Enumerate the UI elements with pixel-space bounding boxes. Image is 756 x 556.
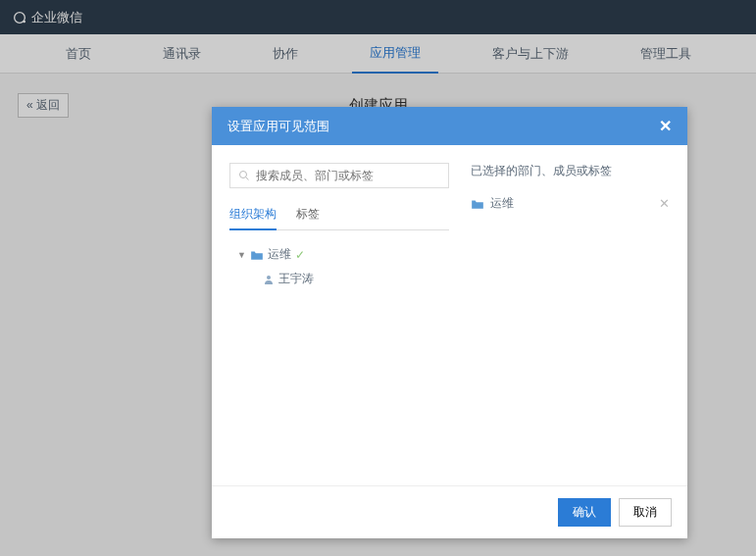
picker-tabs: 组织架构 标签 — [229, 200, 449, 230]
tree-node-member[interactable]: 王宇涛 — [229, 267, 449, 291]
org-tree: ▼ 运维 ✓ 王宇涛 — [229, 242, 449, 291]
cancel-button[interactable]: 取消 — [619, 498, 672, 527]
chevron-down-icon: ▼ — [237, 250, 246, 260]
tree-node-label: 运维 — [268, 246, 291, 263]
person-icon — [263, 274, 275, 285]
modal-title: 设置应用可见范围 — [227, 118, 329, 135]
modal-header: 设置应用可见范围 ✕ — [212, 107, 687, 145]
tab-tags[interactable]: 标签 — [296, 200, 320, 229]
tree-member-label: 王宇涛 — [278, 271, 314, 287]
close-icon[interactable]: ✕ — [659, 117, 672, 135]
folder-icon — [471, 198, 484, 210]
selected-left: 运维 — [471, 195, 514, 212]
visibility-modal: 设置应用可见范围 ✕ 组织架构 标签 ▼ 运维 ✓ — [212, 107, 687, 538]
right-panel: 已选择的部门、成员或标签 运维 ✕ — [459, 163, 670, 468]
tree-node-root[interactable]: ▼ 运维 ✓ — [229, 242, 449, 267]
selected-title: 已选择的部门、成员或标签 — [471, 163, 670, 179]
search-box[interactable] — [229, 163, 449, 188]
remove-icon[interactable]: ✕ — [659, 196, 670, 211]
search-icon — [238, 170, 250, 181]
confirm-button[interactable]: 确认 — [558, 498, 611, 527]
modal-footer: 确认 取消 — [212, 485, 687, 538]
tab-org[interactable]: 组织架构 — [229, 200, 277, 230]
modal-body: 组织架构 标签 ▼ 运维 ✓ 王宇涛 已选择的部门、成员或标签 — [212, 145, 687, 485]
search-input[interactable] — [256, 169, 440, 182]
svg-line-3 — [246, 177, 249, 180]
folder-icon — [250, 249, 264, 261]
svg-point-4 — [267, 276, 271, 279]
selected-item: 运维 ✕ — [471, 191, 670, 216]
check-icon: ✓ — [295, 248, 305, 262]
selected-label: 运维 — [490, 195, 514, 212]
left-panel: 组织架构 标签 ▼ 运维 ✓ 王宇涛 — [229, 163, 449, 468]
svg-point-2 — [240, 172, 247, 178]
